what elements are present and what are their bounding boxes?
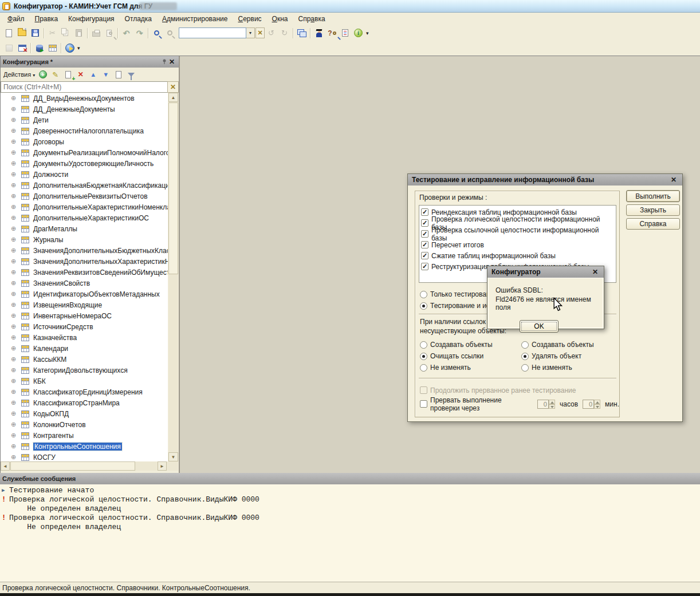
expand-icon[interactable]: ⊕ xyxy=(11,127,17,135)
tree-item[interactable]: ⊕КОСГУ xyxy=(1,452,168,461)
paste-icon[interactable] xyxy=(72,27,85,40)
spin-down-icon[interactable] xyxy=(594,404,600,409)
expand-icon[interactable]: ⊕ xyxy=(11,410,17,417)
expand-icon[interactable]: ⊕ xyxy=(11,149,17,156)
radio-option[interactable]: Создавать объекты xyxy=(420,339,493,350)
tree-item[interactable]: ⊕Календари xyxy=(1,343,168,354)
log-line[interactable]: ▶Тестирование начато xyxy=(0,486,700,495)
panel-close-icon[interactable]: ✕ xyxy=(167,58,176,66)
tree-horizontal-scrollbar[interactable]: ◄ ► xyxy=(1,461,178,471)
checkbox-icon[interactable]: ✓ xyxy=(421,230,428,238)
log-line[interactable]: Не определен владелец xyxy=(0,504,700,514)
log-line[interactable]: !Проверка логической целостности. Справо… xyxy=(0,514,700,523)
radio-option[interactable]: Создавать объекты xyxy=(521,339,594,350)
search-input[interactable] xyxy=(179,27,246,38)
menu-item-справка[interactable]: Справка xyxy=(293,13,331,25)
checkbox-icon[interactable]: ✓ xyxy=(421,252,428,259)
menu-item-конфигурация[interactable]: Конфигурация xyxy=(63,13,120,25)
tree-item[interactable]: ⊕Журналы xyxy=(1,234,168,245)
checkbox-icon[interactable]: ✓ xyxy=(421,263,428,270)
menu-item-правка[interactable]: Правка xyxy=(30,13,64,25)
expand-icon[interactable]: ⊕ xyxy=(11,421,17,428)
scrollbar-thumb[interactable] xyxy=(10,461,135,471)
expand-icon[interactable]: ⊕ xyxy=(11,258,17,265)
redo-icon[interactable]: ↷ xyxy=(133,27,146,40)
tree-item[interactable]: ⊕ИнвентарныеНомераОС xyxy=(1,310,168,321)
radio-icon[interactable] xyxy=(521,353,529,360)
combo-clear-icon[interactable]: ✕ xyxy=(255,27,265,38)
expand-icon[interactable]: ⊕ xyxy=(11,247,17,254)
закрыть-button[interactable]: Закрыть xyxy=(626,204,680,216)
syntax-help-icon[interactable]: ? xyxy=(325,27,339,40)
metadata-search-input[interactable] xyxy=(1,81,167,93)
replace-forward-icon[interactable]: ↻ xyxy=(278,27,291,40)
move-up-icon[interactable]: ▲ xyxy=(88,70,98,80)
expand-icon[interactable]: ⊕ xyxy=(11,181,17,189)
spin-up-icon[interactable] xyxy=(549,400,555,404)
add-icon[interactable]: + xyxy=(38,70,48,80)
save-icon[interactable] xyxy=(29,27,42,40)
radio-icon[interactable] xyxy=(420,291,427,298)
tree-item[interactable]: ⊕ИсточникиСредств xyxy=(1,321,168,332)
tree-item[interactable]: ⊕КБК xyxy=(1,376,168,386)
tree-item[interactable]: ⊕ЗначенияДополнительныхХарактеристикНоме xyxy=(1,256,168,267)
expand-icon[interactable]: ⊕ xyxy=(11,453,17,461)
tree-item[interactable]: ⊕Казначейства xyxy=(1,332,168,343)
abort-after-checkbox[interactable]: Прервать выполнение проверки через 0 час… xyxy=(420,398,619,409)
print-preview-icon[interactable] xyxy=(103,27,116,40)
find-next-icon[interactable] xyxy=(163,27,176,40)
new-document-icon[interactable] xyxy=(2,27,15,40)
tree-item[interactable]: ⊕ИзвещенияВходящие xyxy=(1,299,168,310)
spin-down-icon[interactable] xyxy=(549,404,555,409)
minutes-stepper[interactable]: 0 xyxy=(583,400,600,409)
tree-item[interactable]: ⊕ДД_ДенежныеДокументы xyxy=(1,104,168,115)
windows-icon[interactable] xyxy=(295,27,308,40)
tree-item[interactable]: ⊕КассыККМ xyxy=(1,354,168,365)
tree-item[interactable]: ⊕ЗначенияДополнительныхБюджетныхКлассиф xyxy=(1,245,168,256)
radio-option[interactable]: Удалять объект xyxy=(521,350,594,362)
expand-icon[interactable]: ⊕ xyxy=(11,138,17,145)
expand-icon[interactable]: ⊕ xyxy=(11,388,17,396)
expand-icon[interactable]: ⊕ xyxy=(11,116,17,124)
tree-item[interactable]: ⊕ДополнительнаяБюджетнаяКлассификация xyxy=(1,180,168,191)
info-icon[interactable]: i xyxy=(352,27,365,40)
checkbox-icon[interactable]: ✓ xyxy=(421,208,428,216)
check-item[interactable]: ✓Сжатие таблиц информационной базы xyxy=(421,250,614,261)
tree-item[interactable]: ⊕КонтрольныеСоотношения xyxy=(1,441,168,452)
expand-icon[interactable]: ⊕ xyxy=(11,356,17,363)
radio-option[interactable]: Не изменять xyxy=(420,362,493,373)
metadata-tree-icon[interactable] xyxy=(2,42,15,54)
radio-icon[interactable] xyxy=(521,341,529,349)
expand-icon[interactable]: ⊕ xyxy=(11,94,17,102)
menu-item-отладка[interactable]: Отладка xyxy=(120,13,157,25)
radio-option[interactable]: Очищать ссылки xyxy=(420,350,493,362)
tree-item[interactable]: ⊕ЗначенияСвойств xyxy=(1,278,168,289)
start-debug-icon[interactable] xyxy=(63,42,76,54)
menu-item-сервис[interactable]: Сервис xyxy=(233,13,266,25)
radio-icon[interactable] xyxy=(420,364,427,372)
menu-item-файл[interactable]: Файл xyxy=(2,13,30,25)
expand-icon[interactable]: ⊕ xyxy=(11,399,17,406)
spin-up-icon[interactable] xyxy=(594,400,600,404)
pin-icon[interactable] xyxy=(162,59,167,65)
expand-icon[interactable]: ⊕ xyxy=(11,366,17,374)
expand-icon[interactable]: ⊕ xyxy=(11,345,17,352)
expand-icon[interactable]: ⊕ xyxy=(11,377,17,385)
tree-item[interactable]: ⊕КлассификаторСтранМира xyxy=(1,397,168,408)
tree-item[interactable]: ⊕ДополнительныеРеквизитыОтчетов xyxy=(1,191,168,202)
expand-icon[interactable]: ⊕ xyxy=(11,334,17,341)
expand-icon[interactable]: ⊕ xyxy=(11,301,17,309)
database-icon[interactable]: ► xyxy=(33,42,46,54)
checkbox-icon[interactable]: ✓ xyxy=(421,241,428,248)
expand-icon[interactable]: ⊕ xyxy=(11,160,17,167)
find-icon[interactable] xyxy=(150,27,163,40)
debug-chevron-icon[interactable]: ▾ xyxy=(77,45,80,51)
expand-icon[interactable]: ⊕ xyxy=(11,225,17,232)
cut-icon[interactable]: ✂ xyxy=(46,27,59,40)
print-icon[interactable] xyxy=(89,27,103,40)
tree-item[interactable]: ⊕ДД_ВидыДенежныхДокументов xyxy=(1,93,168,104)
delete-icon[interactable]: ✕ xyxy=(76,70,85,80)
add-document-icon[interactable]: + xyxy=(63,70,73,80)
hours-stepper[interactable]: 0 xyxy=(537,400,555,409)
check-item[interactable]: ✓Проверка ссылочной целостности информац… xyxy=(421,228,614,239)
